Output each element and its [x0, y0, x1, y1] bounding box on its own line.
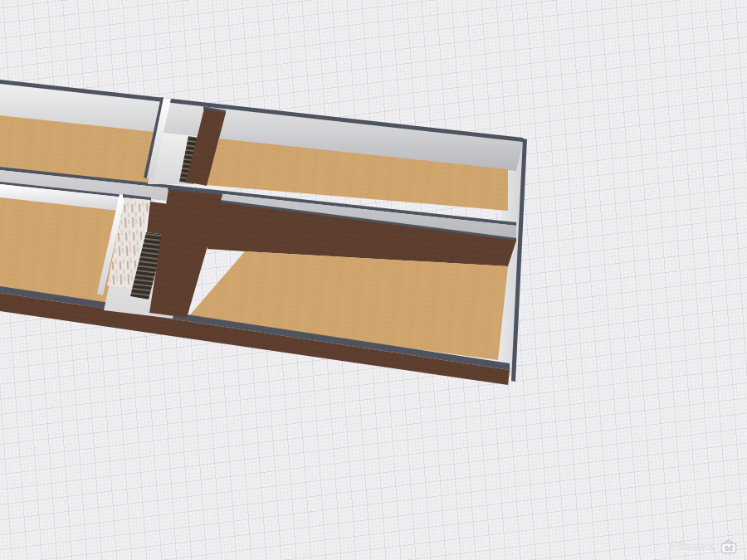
floorplan-3d-model[interactable] — [0, 0, 747, 560]
planner5d-badge-icon: 5d — [719, 538, 739, 554]
3d-viewport[interactable]: Planner 5d — [0, 0, 747, 560]
planner5d-watermark: Planner 5d — [670, 538, 739, 554]
watermark-badge-text: 5d — [725, 544, 733, 553]
watermark-brand-text: Planner — [670, 539, 715, 553]
